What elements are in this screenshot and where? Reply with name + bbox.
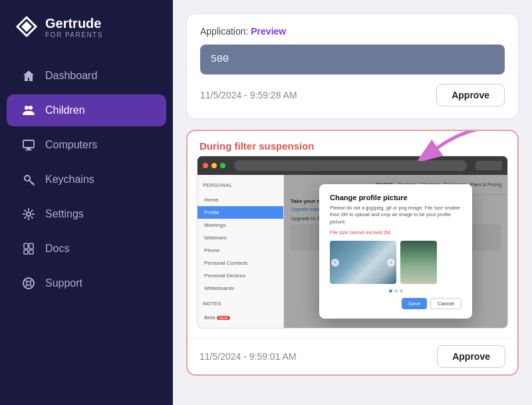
filter-label: During filter suspension <box>200 140 315 152</box>
docs-icon <box>21 241 36 256</box>
app-label: Application: Preview <box>200 26 505 37</box>
svg-point-15 <box>27 281 31 285</box>
dialog-dots <box>330 289 462 293</box>
sidebar-item-computers[interactable]: Computers <box>7 129 166 161</box>
zoom-sidebar-webinars: Webinars <box>198 231 283 244</box>
dialog-title: Change profile picture <box>330 194 462 202</box>
dialog-img-portrait <box>400 241 437 284</box>
zoom-sidebar-meetings: Meetings <box>198 219 283 231</box>
gertrude-logo-icon <box>15 15 39 39</box>
dialog-cancel-button[interactable]: Cancel <box>430 298 462 309</box>
logo-subtitle: FOR PARENTS <box>45 31 103 39</box>
svg-rect-10 <box>24 243 28 249</box>
sidebar-label-keychains: Keychains <box>45 174 94 186</box>
logo-name: Gertrude <box>45 15 103 31</box>
sidebar-item-docs[interactable]: Docs <box>7 233 166 265</box>
change-profile-dialog: Change profile picture Please do not a j… <box>319 184 472 319</box>
card-footer: 11/5/2024 - 9:59:28 AM Approve <box>200 84 505 106</box>
pink-arrow-icon <box>418 130 504 164</box>
img-next-arrow: › <box>387 259 395 267</box>
main-content: Application: Preview 500 11/5/2024 - 9:5… <box>173 0 532 405</box>
support-icon <box>21 276 36 291</box>
home-icon <box>21 68 36 83</box>
sidebar-label-support: Support <box>45 277 82 289</box>
zoom-sidebar-profile: Profile <box>198 206 283 219</box>
sidebar: Gertrude FOR PARENTS Dashboard Children <box>0 0 173 405</box>
dialog-desc: Please do not a jpg/jpeg, gif or png ima… <box>330 205 462 226</box>
nav-items: Dashboard Children Computers <box>0 53 173 405</box>
dialog-buttons: Save Cancel <box>330 298 462 309</box>
sidebar-label-computers: Computers <box>45 139 97 151</box>
preview-request-card: Application: Preview 500 11/5/2024 - 9:5… <box>186 13 519 119</box>
zoom-sidebar: PERSONAL Home Profile Meetings Webinars … <box>198 175 284 328</box>
img-prev-arrow: ‹ <box>331 259 339 267</box>
code-value: 500 <box>211 54 229 65</box>
sidebar-label-docs: Docs <box>45 243 69 255</box>
approve-button-1[interactable]: Approve <box>436 84 505 106</box>
beta-badge: NEW <box>217 316 230 320</box>
zoom-sidebar-header: PERSONAL <box>198 179 283 192</box>
landscape-image: ‹ › <box>330 241 396 284</box>
svg-rect-8 <box>31 183 34 184</box>
settings-icon <box>21 207 36 221</box>
dialog-img-landscape: ‹ › <box>330 241 396 284</box>
timestamp-1: 11/5/2024 - 9:59:28 AM <box>200 90 297 100</box>
svg-rect-4 <box>23 140 34 148</box>
zoom-sidebar-notes-header: NOTES <box>198 297 283 310</box>
app-name: Preview <box>251 26 286 37</box>
svg-rect-5 <box>27 148 31 150</box>
dot-2 <box>394 289 398 293</box>
browser-dot-max <box>220 163 225 168</box>
dialog-error: File size cannot exceed 2M. <box>330 229 462 235</box>
sidebar-item-children[interactable]: Children <box>7 94 166 126</box>
browser-dot-close <box>203 163 208 168</box>
svg-point-3 <box>29 106 33 110</box>
approve-button-2[interactable]: Approve <box>437 345 505 368</box>
screenshot-area: PERSONAL Home Profile Meetings Webinars … <box>197 156 508 329</box>
app-label-prefix: Application: <box>200 26 251 37</box>
logo-area: Gertrude FOR PARENTS <box>0 0 173 53</box>
svg-rect-13 <box>29 250 33 254</box>
dialog-overlay: Change profile picture Please do not a j… <box>284 175 507 328</box>
code-block: 500 <box>200 45 505 74</box>
svg-rect-12 <box>24 250 28 254</box>
timestamp-2: 11/5/2024 - 9:59:01 AM <box>200 351 297 362</box>
dot-3 <box>400 289 403 293</box>
dialog-images: ‹ › <box>330 241 462 284</box>
zoom-sidebar-notes: Beta NEW <box>198 311 283 324</box>
dot-1 <box>389 289 392 293</box>
portrait-image <box>400 241 437 284</box>
sidebar-item-settings[interactable]: Settings <box>7 198 166 230</box>
zoom-sidebar-home: Home <box>198 194 283 206</box>
browser-dot-min <box>211 163 217 168</box>
sidebar-label-dashboard: Dashboard <box>45 70 97 82</box>
filter-header: During filter suspension <box>188 131 517 156</box>
sidebar-item-dashboard[interactable]: Dashboard <box>7 60 166 92</box>
sidebar-label-settings: Settings <box>45 208 84 220</box>
svg-rect-6 <box>25 150 32 150</box>
svg-point-9 <box>27 212 31 216</box>
sidebar-label-children: Children <box>45 104 85 116</box>
zoom-sidebar-whiteboards: Whiteboards <box>198 282 283 295</box>
sidebar-item-keychains[interactable]: Keychains <box>7 164 166 196</box>
filter-suspension-card: During filter suspension <box>186 130 519 376</box>
sidebar-item-support[interactable]: Support <box>7 267 166 299</box>
svg-point-2 <box>25 106 29 110</box>
zoom-sidebar-devices: Personal Devices <box>198 269 283 282</box>
dialog-save-button[interactable]: Save <box>402 298 427 309</box>
zoom-sidebar-phone: Phone <box>198 244 283 257</box>
svg-marker-1 <box>21 21 32 32</box>
svg-rect-11 <box>29 243 33 249</box>
zoom-sidebar-contacts: Personal Contacts <box>198 257 283 269</box>
keychains-icon <box>21 172 36 187</box>
zoom-main: zoom Products Solutions Resources Plans … <box>284 175 507 328</box>
logo-text: Gertrude FOR PARENTS <box>45 15 103 39</box>
browser-content: PERSONAL Home Profile Meetings Webinars … <box>198 175 507 328</box>
browser-mockup: PERSONAL Home Profile Meetings Webinars … <box>198 156 507 328</box>
computers-icon <box>21 138 36 152</box>
filter-card-footer: 11/5/2024 - 9:59:01 AM Approve <box>188 338 517 374</box>
children-icon <box>21 103 36 118</box>
